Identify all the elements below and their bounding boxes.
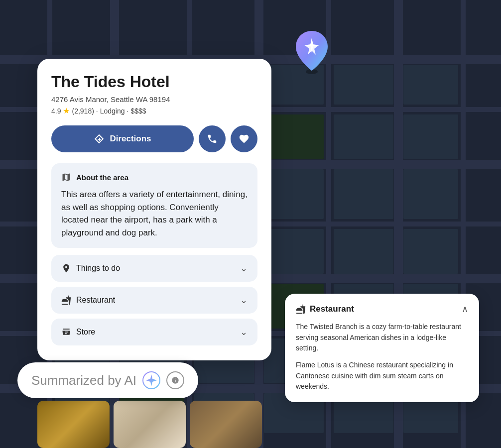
svg-rect-19 bbox=[334, 65, 393, 105]
photo-1[interactable] bbox=[37, 401, 110, 448]
utensils-icon bbox=[61, 295, 71, 305]
chevron-up-icon[interactable]: ∧ bbox=[462, 304, 468, 315]
map-pin[interactable] bbox=[294, 30, 330, 75]
section-left: Restaurant bbox=[61, 295, 115, 305]
store-section[interactable]: Store ⌄ bbox=[51, 319, 257, 345]
location-pin-icon bbox=[61, 263, 71, 273]
section-left: Things to do bbox=[61, 263, 120, 273]
directions-icon bbox=[94, 133, 105, 144]
svg-rect-31 bbox=[334, 169, 393, 219]
svg-rect-20 bbox=[403, 65, 458, 105]
restaurant-section[interactable]: Restaurant ⌄ bbox=[51, 287, 257, 314]
section-left: Store bbox=[61, 327, 95, 337]
restaurant-popup-card: Restaurant ∧ The Twisted Branch is a coz… bbox=[285, 294, 479, 402]
svg-rect-30 bbox=[264, 169, 324, 219]
photo-2[interactable] bbox=[114, 401, 186, 448]
dot-separator: · bbox=[96, 107, 98, 115]
chevron-down-icon: ⌄ bbox=[240, 295, 248, 306]
hotel-rating: 4.9 ★ (2,918) · Lodging · $$$$ bbox=[51, 106, 257, 115]
summarized-bar: Summarized by AI bbox=[17, 362, 198, 398]
svg-rect-25 bbox=[334, 114, 393, 159]
rating-value: 4.9 bbox=[51, 107, 61, 115]
svg-rect-38 bbox=[403, 229, 458, 274]
star-icon: ★ bbox=[63, 106, 70, 115]
things-to-do-section[interactable]: Things to do ⌄ bbox=[51, 255, 257, 282]
info-icon bbox=[171, 376, 179, 384]
directions-button[interactable]: Directions bbox=[51, 125, 194, 152]
action-row: Directions bbox=[51, 125, 257, 152]
svg-rect-36 bbox=[264, 229, 324, 274]
restaurant-title: Restaurant bbox=[296, 304, 354, 314]
about-text: This area offers a variety of entertainm… bbox=[61, 188, 248, 239]
hotel-card: The Tides Hotel 4276 Avis Manor, Seattle… bbox=[37, 59, 271, 360]
photo-3[interactable] bbox=[190, 401, 262, 448]
price: $$$$ bbox=[130, 107, 146, 115]
restaurant-card-header: Restaurant ∧ bbox=[296, 304, 468, 315]
summarized-text: Summarized by AI bbox=[31, 373, 136, 388]
save-button[interactable] bbox=[231, 125, 257, 152]
review-count: (2,918) bbox=[72, 107, 94, 115]
summarized-left: Summarized by AI bbox=[31, 371, 160, 389]
svg-rect-24 bbox=[264, 114, 324, 159]
phone-icon bbox=[207, 133, 218, 144]
about-header: About the area bbox=[61, 172, 248, 182]
map-icon bbox=[61, 172, 71, 182]
phone-button[interactable] bbox=[199, 125, 226, 152]
hotel-name: The Tides Hotel bbox=[51, 73, 257, 91]
svg-rect-26 bbox=[403, 114, 458, 159]
restaurant-entry-2: Flame Lotus is a Chinese restaurant spec… bbox=[296, 360, 468, 392]
about-section: About the area This area offers a variet… bbox=[51, 163, 257, 248]
store-icon bbox=[61, 327, 71, 337]
svg-rect-37 bbox=[334, 229, 393, 274]
chevron-down-icon: ⌄ bbox=[240, 263, 248, 274]
category: Lodging bbox=[100, 107, 125, 115]
restaurant-icon bbox=[296, 304, 306, 314]
heart-icon bbox=[239, 133, 250, 144]
restaurant-entry-1: The Twisted Branch is a cozy farm-to-tab… bbox=[296, 322, 468, 354]
dot-separator-2: · bbox=[127, 107, 129, 115]
hotel-address: 4276 Avis Manor, Seattle WA 98194 bbox=[51, 95, 257, 104]
chevron-down-icon: ⌄ bbox=[240, 327, 248, 337]
ai-sparkle-icon bbox=[142, 371, 160, 389]
svg-rect-32 bbox=[403, 169, 458, 219]
info-button[interactable] bbox=[166, 371, 184, 389]
photo-strip bbox=[37, 401, 262, 448]
